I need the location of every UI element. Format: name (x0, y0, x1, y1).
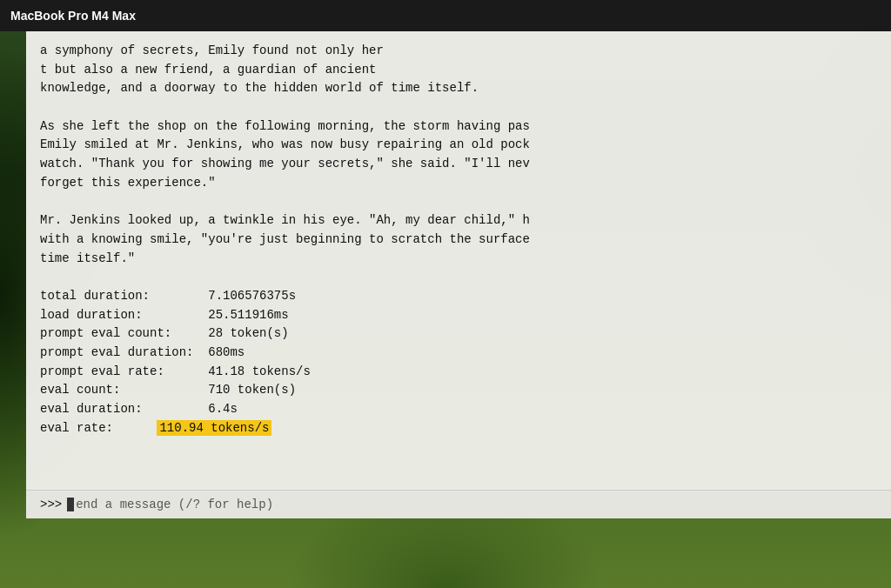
terminal-line-11: time itself." (40, 251, 135, 265)
eval-rate-label: eval rate: (40, 421, 113, 435)
terminal-line-19: eval duration: 6.4s (40, 402, 238, 416)
terminal-line-15: prompt eval count: 28 token(s) (40, 326, 289, 340)
terminal-line-14: load duration: 25.511916ms (40, 308, 289, 322)
input-placeholder: end a message (/? for help) (76, 498, 273, 511)
terminal-line-13: total duration: 7.106576375s (40, 289, 296, 303)
terminal-line-17: prompt eval rate: 41.18 tokens/s (40, 364, 311, 378)
terminal-output: a symphony of secrets, Emily found not o… (40, 42, 877, 438)
terminal-line-6: watch. "Thank you for showing me your se… (40, 157, 530, 170)
terminal-line-9: Mr. Jenkins looked up, a twinkle in his … (40, 213, 530, 227)
terminal-line-18: eval count: 710 token(s) (40, 383, 296, 397)
terminal-line-7: forget this experience." (40, 176, 216, 190)
terminal-input-area[interactable]: >>> end a message (/? for help) (26, 490, 891, 518)
terminal-line-1: t but also a new friend, a guardian of a… (40, 63, 376, 77)
eval-rate-line: eval rate: 110.94 tokens/s (40, 420, 271, 436)
titlebar-title: MacBook Pro M4 Max (10, 9, 136, 23)
eval-rate-value: 110.94 tokens/s (157, 420, 271, 436)
terminal-line-5: Emily smiled at Mr. Jenkins, who was now… (40, 137, 530, 151)
prompt-symbol: >>> (40, 498, 62, 511)
terminal-panel: a symphony of secrets, Emily found not o… (26, 31, 891, 518)
terminal-line-0: a symphony of secrets, Emily found not o… (40, 43, 384, 57)
cursor (67, 498, 74, 511)
terminal-line-2: knowledge, and a doorway to the hidden w… (40, 81, 479, 95)
titlebar: MacBook Pro M4 Max (0, 0, 891, 31)
terminal-line-4: As she left the shop on the following mo… (40, 119, 530, 133)
terminal-line-16: prompt eval duration: 680ms (40, 345, 245, 359)
terminal-line-10: with a knowing smile, "you're just begin… (40, 232, 530, 246)
